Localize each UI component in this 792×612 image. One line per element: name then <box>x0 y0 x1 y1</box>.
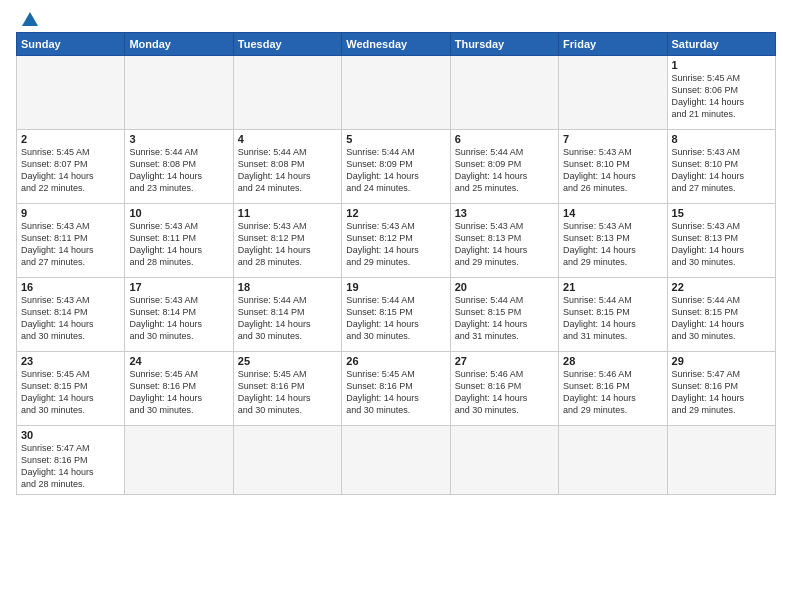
calendar-cell <box>233 426 341 495</box>
calendar-cell <box>559 56 667 130</box>
calendar-cell: 4Sunrise: 5:44 AM Sunset: 8:08 PM Daylig… <box>233 130 341 204</box>
calendar-cell: 15Sunrise: 5:43 AM Sunset: 8:13 PM Dayli… <box>667 204 775 278</box>
day-number: 6 <box>455 133 554 145</box>
calendar-cell <box>450 56 558 130</box>
calendar-week-row: 16Sunrise: 5:43 AM Sunset: 8:14 PM Dayli… <box>17 278 776 352</box>
calendar-header-friday: Friday <box>559 33 667 56</box>
day-number: 14 <box>563 207 662 219</box>
day-number: 23 <box>21 355 120 367</box>
day-number: 9 <box>21 207 120 219</box>
day-number: 2 <box>21 133 120 145</box>
day-number: 15 <box>672 207 771 219</box>
day-info: Sunrise: 5:43 AM Sunset: 8:13 PM Dayligh… <box>563 220 662 269</box>
calendar-cell: 8Sunrise: 5:43 AM Sunset: 8:10 PM Daylig… <box>667 130 775 204</box>
calendar-cell: 10Sunrise: 5:43 AM Sunset: 8:11 PM Dayli… <box>125 204 233 278</box>
calendar-header-wednesday: Wednesday <box>342 33 450 56</box>
day-info: Sunrise: 5:47 AM Sunset: 8:16 PM Dayligh… <box>21 442 120 491</box>
day-info: Sunrise: 5:43 AM Sunset: 8:10 PM Dayligh… <box>563 146 662 195</box>
day-info: Sunrise: 5:44 AM Sunset: 8:15 PM Dayligh… <box>563 294 662 343</box>
calendar-week-row: 9Sunrise: 5:43 AM Sunset: 8:11 PM Daylig… <box>17 204 776 278</box>
day-info: Sunrise: 5:43 AM Sunset: 8:13 PM Dayligh… <box>455 220 554 269</box>
calendar-cell: 5Sunrise: 5:44 AM Sunset: 8:09 PM Daylig… <box>342 130 450 204</box>
calendar-cell: 26Sunrise: 5:45 AM Sunset: 8:16 PM Dayli… <box>342 352 450 426</box>
logo <box>16 12 42 26</box>
day-number: 10 <box>129 207 228 219</box>
calendar-cell: 7Sunrise: 5:43 AM Sunset: 8:10 PM Daylig… <box>559 130 667 204</box>
day-number: 19 <box>346 281 445 293</box>
day-info: Sunrise: 5:45 AM Sunset: 8:06 PM Dayligh… <box>672 72 771 121</box>
day-info: Sunrise: 5:45 AM Sunset: 8:16 PM Dayligh… <box>346 368 445 417</box>
day-number: 20 <box>455 281 554 293</box>
day-info: Sunrise: 5:45 AM Sunset: 8:16 PM Dayligh… <box>238 368 337 417</box>
day-number: 4 <box>238 133 337 145</box>
calendar-cell: 21Sunrise: 5:44 AM Sunset: 8:15 PM Dayli… <box>559 278 667 352</box>
calendar-cell: 19Sunrise: 5:44 AM Sunset: 8:15 PM Dayli… <box>342 278 450 352</box>
calendar-cell: 11Sunrise: 5:43 AM Sunset: 8:12 PM Dayli… <box>233 204 341 278</box>
calendar-cell <box>125 426 233 495</box>
day-number: 27 <box>455 355 554 367</box>
calendar-cell <box>17 56 125 130</box>
calendar-cell: 28Sunrise: 5:46 AM Sunset: 8:16 PM Dayli… <box>559 352 667 426</box>
calendar-week-row: 30Sunrise: 5:47 AM Sunset: 8:16 PM Dayli… <box>17 426 776 495</box>
calendar-cell: 22Sunrise: 5:44 AM Sunset: 8:15 PM Dayli… <box>667 278 775 352</box>
day-number: 8 <box>672 133 771 145</box>
calendar-cell <box>342 426 450 495</box>
day-number: 22 <box>672 281 771 293</box>
day-number: 12 <box>346 207 445 219</box>
day-info: Sunrise: 5:45 AM Sunset: 8:15 PM Dayligh… <box>21 368 120 417</box>
calendar-header-row: SundayMondayTuesdayWednesdayThursdayFrid… <box>17 33 776 56</box>
calendar-header-sunday: Sunday <box>17 33 125 56</box>
day-number: 18 <box>238 281 337 293</box>
day-info: Sunrise: 5:44 AM Sunset: 8:15 PM Dayligh… <box>455 294 554 343</box>
calendar-cell: 29Sunrise: 5:47 AM Sunset: 8:16 PM Dayli… <box>667 352 775 426</box>
calendar-cell: 3Sunrise: 5:44 AM Sunset: 8:08 PM Daylig… <box>125 130 233 204</box>
day-number: 3 <box>129 133 228 145</box>
calendar-cell: 24Sunrise: 5:45 AM Sunset: 8:16 PM Dayli… <box>125 352 233 426</box>
day-info: Sunrise: 5:43 AM Sunset: 8:10 PM Dayligh… <box>672 146 771 195</box>
calendar-cell <box>559 426 667 495</box>
day-number: 1 <box>672 59 771 71</box>
calendar-cell: 1Sunrise: 5:45 AM Sunset: 8:06 PM Daylig… <box>667 56 775 130</box>
calendar-cell <box>125 56 233 130</box>
day-info: Sunrise: 5:44 AM Sunset: 8:08 PM Dayligh… <box>129 146 228 195</box>
calendar-cell: 18Sunrise: 5:44 AM Sunset: 8:14 PM Dayli… <box>233 278 341 352</box>
day-number: 13 <box>455 207 554 219</box>
calendar-cell: 23Sunrise: 5:45 AM Sunset: 8:15 PM Dayli… <box>17 352 125 426</box>
calendar-week-row: 23Sunrise: 5:45 AM Sunset: 8:15 PM Dayli… <box>17 352 776 426</box>
header <box>16 12 776 26</box>
day-number: 26 <box>346 355 445 367</box>
day-info: Sunrise: 5:44 AM Sunset: 8:14 PM Dayligh… <box>238 294 337 343</box>
calendar-header-tuesday: Tuesday <box>233 33 341 56</box>
calendar-cell <box>667 426 775 495</box>
day-info: Sunrise: 5:46 AM Sunset: 8:16 PM Dayligh… <box>455 368 554 417</box>
day-info: Sunrise: 5:43 AM Sunset: 8:11 PM Dayligh… <box>21 220 120 269</box>
day-number: 29 <box>672 355 771 367</box>
day-number: 30 <box>21 429 120 441</box>
calendar-cell <box>233 56 341 130</box>
day-info: Sunrise: 5:44 AM Sunset: 8:15 PM Dayligh… <box>346 294 445 343</box>
day-number: 11 <box>238 207 337 219</box>
logo-triangle-icon <box>22 12 38 26</box>
day-info: Sunrise: 5:45 AM Sunset: 8:16 PM Dayligh… <box>129 368 228 417</box>
day-number: 28 <box>563 355 662 367</box>
day-info: Sunrise: 5:43 AM Sunset: 8:11 PM Dayligh… <box>129 220 228 269</box>
day-number: 24 <box>129 355 228 367</box>
calendar-cell: 2Sunrise: 5:45 AM Sunset: 8:07 PM Daylig… <box>17 130 125 204</box>
calendar-cell: 20Sunrise: 5:44 AM Sunset: 8:15 PM Dayli… <box>450 278 558 352</box>
calendar-cell <box>450 426 558 495</box>
day-info: Sunrise: 5:45 AM Sunset: 8:07 PM Dayligh… <box>21 146 120 195</box>
day-info: Sunrise: 5:43 AM Sunset: 8:14 PM Dayligh… <box>129 294 228 343</box>
day-number: 16 <box>21 281 120 293</box>
calendar-cell: 13Sunrise: 5:43 AM Sunset: 8:13 PM Dayli… <box>450 204 558 278</box>
day-number: 7 <box>563 133 662 145</box>
calendar-cell: 27Sunrise: 5:46 AM Sunset: 8:16 PM Dayli… <box>450 352 558 426</box>
logo-area <box>16 12 42 26</box>
calendar-header-monday: Monday <box>125 33 233 56</box>
calendar-cell <box>342 56 450 130</box>
day-number: 21 <box>563 281 662 293</box>
calendar-cell: 9Sunrise: 5:43 AM Sunset: 8:11 PM Daylig… <box>17 204 125 278</box>
day-info: Sunrise: 5:44 AM Sunset: 8:09 PM Dayligh… <box>346 146 445 195</box>
calendar-cell: 14Sunrise: 5:43 AM Sunset: 8:13 PM Dayli… <box>559 204 667 278</box>
day-info: Sunrise: 5:43 AM Sunset: 8:13 PM Dayligh… <box>672 220 771 269</box>
day-info: Sunrise: 5:44 AM Sunset: 8:09 PM Dayligh… <box>455 146 554 195</box>
